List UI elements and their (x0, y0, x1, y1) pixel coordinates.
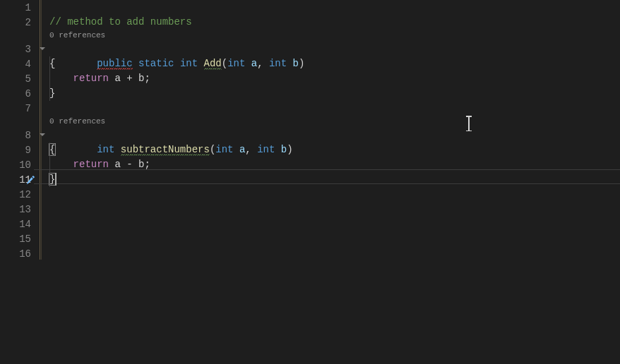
expression: a + b; (109, 73, 150, 84)
line-number: 10 (19, 159, 31, 171)
code-line[interactable]: public static int Add(int a, int b) (34, 42, 620, 56)
code-line[interactable] (34, 246, 620, 261)
gutter-row: 1 (0, 0, 34, 15)
line-number: 13 (19, 204, 31, 215)
line-number: 9 (25, 145, 31, 156)
brace-close: } (49, 87, 55, 99)
line-number: 15 (19, 233, 31, 245)
code-editor[interactable]: 1 2 3 4 5 6 7 8 9 10 11 12 13 14 15 16 /… (0, 0, 620, 364)
gutter-row: 14 (0, 217, 34, 231)
code-line[interactable] (34, 0, 620, 15)
line-number: 16 (19, 248, 31, 260)
comment-text: // method to add numbers (49, 16, 192, 28)
code-line[interactable] (34, 217, 620, 231)
codelens-references[interactable]: 0 references (34, 30, 620, 42)
line-number: 5 (25, 73, 31, 85)
code-line[interactable] (34, 187, 620, 202)
indent-guide (49, 86, 50, 101)
code-line[interactable] (34, 202, 620, 217)
line-number: 8 (25, 130, 31, 141)
gutter-codelens-spacer (0, 116, 34, 128)
code-line[interactable] (34, 101, 620, 116)
code-line[interactable]: { (34, 56, 620, 71)
code-line[interactable]: return a + b; (34, 71, 620, 86)
line-number: 3 (25, 44, 31, 55)
gutter-codelens-spacer (0, 30, 34, 42)
code-line[interactable]: } (34, 86, 620, 101)
codelens-references[interactable]: 0 references (34, 116, 620, 128)
gutter-row: 8 (0, 128, 34, 142)
indent-guide (49, 157, 50, 172)
gutter: 1 2 3 4 5 6 7 8 9 10 11 12 13 14 15 16 (0, 0, 34, 364)
gutter-row: 12 (0, 187, 34, 202)
line-number: 1 (25, 2, 31, 13)
gutter-row: 7 (0, 101, 34, 116)
gutter-row: 13 (0, 202, 34, 217)
line-number: 6 (25, 88, 31, 99)
code-line[interactable]: return a - b; (34, 157, 620, 172)
line-number: 7 (25, 103, 31, 114)
code-area[interactable]: // method to add numbers 0 references pu… (34, 0, 620, 364)
code-line[interactable]: int subtractNumbers(int a, int b) (34, 128, 620, 142)
indent-guide (49, 56, 50, 71)
gutter-row: 2 (0, 15, 34, 30)
gutter-row: 6 (0, 86, 34, 101)
gutter-row: 15 (0, 231, 34, 246)
code-line[interactable]: // method to add numbers (34, 15, 620, 30)
indent-guide (49, 172, 50, 187)
code-line-current[interactable]: } (34, 172, 620, 187)
gutter-row: 9 (0, 142, 34, 157)
indent-guide (49, 142, 50, 157)
code-line[interactable]: { (34, 142, 620, 157)
gutter-row: 5 (0, 71, 34, 86)
code-lines[interactable]: // method to add numbers 0 references pu… (34, 0, 620, 261)
line-number: 4 (25, 59, 31, 70)
line-number: 2 (25, 17, 31, 28)
chevron-down-icon[interactable] (38, 44, 47, 53)
gutter-row: 4 (0, 56, 34, 71)
indent-guide (49, 71, 50, 86)
line-number: 12 (19, 189, 31, 200)
code-line[interactable] (34, 231, 620, 246)
keyword-return: return (73, 73, 109, 84)
gutter-row: 3 (0, 42, 34, 56)
text-cursor (55, 173, 56, 186)
chevron-down-icon[interactable] (38, 131, 47, 139)
keyword-return: return (73, 159, 109, 170)
gutter-row-current: 11 (0, 172, 34, 187)
line-number: 14 (19, 219, 31, 230)
brace-open: { (49, 58, 55, 69)
gutter-row: 16 (0, 246, 34, 261)
expression: a - b; (109, 159, 150, 170)
gutter-row: 10 (0, 157, 34, 172)
